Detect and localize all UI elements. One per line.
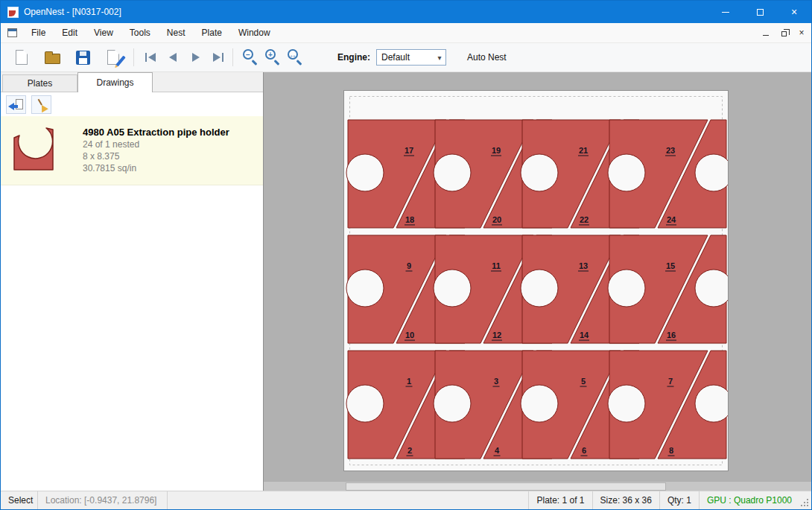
open-folder-icon (45, 54, 60, 64)
part-number-label: 16 (667, 331, 676, 340)
menu-view[interactable]: View (86, 24, 121, 42)
status-plate-size: Size: 36 x 36 (592, 491, 659, 509)
drawing-area: 30.7815 sq/in (83, 162, 253, 174)
pipe-hole-void (608, 154, 645, 191)
part-number-label: 5 (581, 377, 586, 386)
part-number-label: 13 (579, 261, 588, 270)
zoom-fit-icon: ↔ (288, 49, 298, 60)
tab-drawings[interactable]: Drawings (77, 72, 153, 92)
pipe-hole-void (695, 270, 728, 307)
toolbar-separator (133, 48, 134, 66)
save-as-button[interactable] (103, 47, 124, 68)
part-number-label: 8 (669, 446, 673, 455)
close-button[interactable]: × (777, 1, 811, 23)
next-plate-button[interactable] (186, 48, 206, 67)
mdi-minimize-button[interactable] (758, 25, 774, 40)
pipe-hole-void (346, 385, 384, 422)
app-icon (7, 7, 19, 18)
status-qty: Qty: 1 (659, 491, 699, 509)
main-toolbar: − + ↔ Engine: Default ▾ Auto Nest (1, 43, 811, 72)
new-button[interactable] (11, 47, 32, 68)
menubar: File Edit View Tools Nest Plate Window × (1, 23, 811, 43)
horizontal-scrollbar[interactable] (264, 481, 811, 491)
part-number-label: 12 (492, 331, 501, 340)
tab-plates[interactable]: Plates (2, 74, 77, 92)
menu-file[interactable]: File (23, 24, 54, 42)
close-icon: × (791, 7, 797, 17)
save-button[interactable] (72, 47, 93, 68)
sidebar: Plates Drawings 4980 A0 (1, 72, 264, 491)
chevron-down-icon: ▾ (434, 54, 445, 62)
first-plate-button[interactable] (140, 48, 159, 67)
statusbar: Select Location: [-0.9437, 21.8796] Plat… (1, 491, 811, 509)
last-bar-icon (222, 53, 223, 62)
drawing-info: 4980 A05 Extraction pipe holder 24 of 1 … (83, 126, 253, 175)
part-number-label: 18 (405, 215, 414, 224)
mdi-restore-button[interactable] (775, 25, 792, 40)
nesting-canvas[interactable]: 171819202122232491011121314151612345678 (264, 72, 811, 491)
zoom-out-handle-icon (252, 60, 258, 66)
arrow-last-icon (213, 53, 221, 62)
horizontal-scrollbar-thumb[interactable] (346, 482, 666, 491)
zoom-out-icon: − (243, 49, 253, 60)
menu-nest[interactable]: Nest (159, 24, 194, 42)
titlebar: OpenNest - [N0317-002] × (1, 1, 811, 23)
pipe-hole-void (434, 154, 471, 191)
drawings-toolbar (1, 92, 263, 116)
status-plate-count: Plate: 1 of 1 (528, 491, 591, 509)
part-number-label: 14 (580, 331, 589, 340)
new-file-icon (16, 50, 28, 65)
maximize-button[interactable] (743, 1, 777, 23)
drawing-list-item[interactable]: 4980 A05 Extraction pipe holder 24 of 1 … (1, 116, 263, 185)
mdi-close-button[interactable]: × (793, 25, 810, 40)
open-button[interactable] (42, 47, 63, 68)
reload-drawing-button[interactable] (6, 95, 26, 114)
pipe-hole-void (346, 270, 384, 307)
menu-window[interactable]: Window (230, 24, 279, 42)
drawing-list-empty-area (1, 185, 263, 491)
pipe-hole-void (521, 154, 558, 191)
part-number-label: 11 (492, 261, 501, 270)
pipe-hole-void (521, 385, 558, 422)
menu-tools[interactable]: Tools (121, 24, 159, 42)
menu-edit[interactable]: Edit (54, 24, 86, 42)
clean-button[interactable] (31, 95, 51, 114)
zoom-in-icon: + (265, 49, 276, 60)
previous-plate-button[interactable] (163, 48, 183, 67)
document-window-icon (7, 28, 17, 37)
part-number-label: 15 (666, 261, 675, 270)
part-number-label: 24 (667, 215, 676, 224)
arrow-previous-icon (169, 53, 177, 62)
part-number-label: 4 (495, 446, 500, 455)
pipe-hole-void (521, 270, 558, 307)
last-plate-button[interactable] (209, 48, 229, 67)
pipe-hole-void (346, 154, 384, 191)
arrow-next-icon (192, 53, 200, 62)
engine-selected-value: Default (377, 52, 434, 63)
pipe-hole-void (695, 385, 728, 422)
zoom-fit-button[interactable]: ↔ (287, 49, 303, 66)
toolbar-separator-2 (232, 48, 233, 66)
mdi-restore-icon (781, 31, 787, 36)
engine-label: Engine: (337, 52, 370, 63)
drawing-title: 4980 A05 Extraction pipe holder (83, 126, 253, 138)
part-thumbnail-svg (11, 126, 56, 172)
pipe-hole-void (695, 154, 728, 191)
resize-grip[interactable] (799, 491, 811, 509)
plate-sheet[interactable]: 171819202122232491011121314151612345678 (343, 90, 729, 471)
part-number-label: 3 (494, 377, 498, 386)
minimize-button[interactable] (708, 1, 743, 23)
zoom-out-button[interactable]: − (242, 49, 258, 66)
part-number-label: 22 (580, 215, 589, 224)
auto-nest-button[interactable]: Auto Nest (463, 49, 511, 66)
zoom-in-button[interactable]: + (264, 49, 281, 66)
status-location: Location: [-0.9437, 21.8796] (38, 491, 168, 509)
status-gpu: GPU : Quadro P1000 (699, 491, 799, 509)
menu-plate[interactable]: Plate (194, 24, 230, 42)
part-number-label: 7 (668, 377, 673, 386)
blue-arrow-left-icon (8, 103, 14, 110)
part-number-label: 17 (405, 146, 413, 155)
part-number-label: 9 (407, 261, 411, 270)
engine-select[interactable]: Default ▾ (376, 49, 446, 66)
sidebar-tabstrip: Plates Drawings (1, 72, 263, 92)
